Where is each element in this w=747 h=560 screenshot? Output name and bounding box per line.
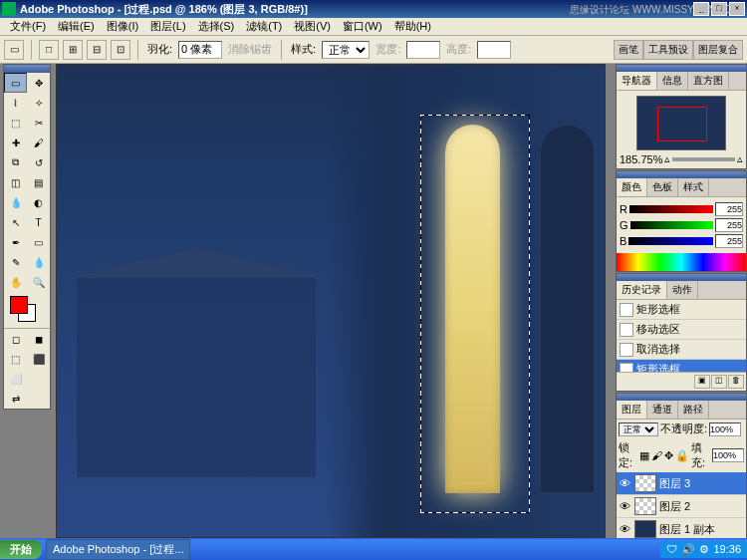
eraser-tool[interactable]: ◫	[4, 172, 27, 192]
b-input[interactable]	[715, 234, 743, 248]
tab-paths[interactable]: 路径	[678, 401, 709, 419]
lock-position-icon[interactable]: ✥	[664, 449, 673, 462]
type-tool[interactable]: T	[27, 212, 50, 232]
menu-filter[interactable]: 滤镜(T)	[240, 17, 288, 36]
screenmode-menu[interactable]: ⬜	[4, 369, 27, 389]
tray-icon[interactable]: 🔊	[681, 543, 695, 556]
style-select[interactable]: 正常	[322, 41, 370, 59]
zoom-in-icon[interactable]: ▵	[737, 152, 743, 165]
menu-window[interactable]: 窗口(W)	[337, 17, 388, 36]
jump-to-imageready[interactable]: ⇄	[4, 389, 27, 409]
pen-tool[interactable]: ✒	[4, 232, 27, 252]
history-brush-tool[interactable]: ↺	[27, 152, 50, 172]
menu-image[interactable]: 图像(I)	[101, 17, 144, 36]
g-slider[interactable]	[630, 221, 713, 229]
dodge-tool[interactable]: ◐	[27, 192, 50, 212]
navigator-viewport[interactable]	[657, 107, 707, 141]
quickmask-on[interactable]: ◼	[27, 329, 50, 349]
tab-info[interactable]: 信息	[657, 72, 688, 90]
menu-select[interactable]: 选择(S)	[192, 17, 241, 36]
menu-help[interactable]: 帮助(H)	[388, 17, 437, 36]
menu-view[interactable]: 视图(V)	[288, 17, 337, 36]
blend-mode-select[interactable]: 正常	[619, 422, 658, 436]
tab-navigator[interactable]: 导航器	[617, 72, 657, 90]
selection-add-icon[interactable]: ⊞	[63, 40, 83, 60]
brush-tool[interactable]: 🖌	[27, 133, 50, 152]
r-input[interactable]	[715, 202, 743, 216]
tool-preset-icon[interactable]: ▭	[4, 40, 24, 60]
menu-layer[interactable]: 图层(L)	[144, 17, 191, 36]
tray-icon[interactable]: 🛡	[666, 543, 677, 555]
quickmask-off[interactable]: ◻	[4, 329, 27, 349]
layer-thumbnail[interactable]	[634, 520, 656, 538]
gradient-tool[interactable]: ▤	[27, 172, 50, 192]
layer-row[interactable]: 👁图层 3	[617, 472, 746, 495]
tray-icon[interactable]: ⚙	[699, 543, 709, 556]
color-ramp[interactable]	[617, 253, 746, 271]
visibility-icon[interactable]: 👁	[620, 500, 631, 512]
lock-pixels-icon[interactable]: 🖌	[651, 449, 662, 461]
zoom-out-icon[interactable]: ▵	[664, 152, 670, 165]
tab-brushes[interactable]: 画笔	[614, 40, 643, 60]
notes-tool[interactable]: ✎	[4, 252, 27, 272]
toolbox-header[interactable]	[4, 65, 50, 73]
tab-layer-comps[interactable]: 图层复合	[693, 40, 743, 60]
selection-subtract-icon[interactable]: ⊟	[87, 40, 107, 60]
tab-channels[interactable]: 通道	[647, 401, 678, 419]
g-input[interactable]	[715, 218, 743, 232]
navigator-thumbnail[interactable]	[636, 96, 726, 150]
delete-history-button[interactable]: 🗑	[728, 375, 744, 389]
selection-new-icon[interactable]: □	[39, 40, 59, 60]
screenmode-full[interactable]: ⬛	[27, 349, 50, 369]
tab-color[interactable]: 颜色	[617, 178, 647, 196]
tab-layers[interactable]: 图层	[617, 401, 647, 419]
taskbar-item[interactable]: Adobe Photoshop - [过程...	[46, 539, 190, 560]
wand-tool[interactable]: ✧	[27, 93, 50, 113]
fill-input[interactable]	[712, 448, 744, 462]
blur-tool[interactable]: 💧	[4, 192, 27, 212]
lasso-tool[interactable]: ⌇	[4, 93, 27, 113]
selection-intersect-icon[interactable]: ⊡	[111, 40, 130, 60]
stamp-tool[interactable]: ⧉	[4, 152, 27, 172]
lock-transparency-icon[interactable]: ▦	[639, 449, 649, 462]
history-item[interactable]: 取消选择	[617, 340, 746, 360]
marquee-tool[interactable]: ▭	[4, 73, 27, 93]
selection-marquee[interactable]	[420, 115, 530, 513]
screenmode-std[interactable]: ⬚	[4, 349, 27, 369]
tab-tool-presets[interactable]: 工具预设	[643, 40, 693, 60]
hand-tool[interactable]: ✋	[4, 272, 27, 292]
feather-input[interactable]	[178, 41, 222, 59]
zoom-tool[interactable]: 🔍	[27, 272, 50, 292]
crop-tool[interactable]: ⬚	[4, 113, 27, 133]
path-tool[interactable]: ↖	[4, 212, 27, 232]
history-item[interactable]: 矩形选框	[617, 300, 746, 320]
eyedropper-tool[interactable]: 💧	[27, 252, 50, 272]
foreground-color[interactable]	[10, 296, 28, 314]
tab-history[interactable]: 历史记录	[617, 281, 667, 299]
move-tool[interactable]: ✥	[27, 73, 50, 93]
menu-edit[interactable]: 编辑(E)	[52, 17, 101, 36]
history-item[interactable]: 矩形选框	[617, 360, 746, 372]
slice-tool[interactable]: ✂	[27, 113, 50, 133]
history-item[interactable]: 移动选区	[617, 320, 746, 340]
layer-thumbnail[interactable]	[634, 474, 656, 492]
new-snapshot-button[interactable]: ▣	[694, 375, 710, 389]
healing-tool[interactable]: ✚	[4, 133, 27, 152]
b-slider[interactable]	[628, 237, 713, 245]
visibility-icon[interactable]: 👁	[620, 523, 631, 535]
history-header[interactable]	[617, 274, 746, 281]
start-button[interactable]: 开始	[0, 540, 42, 559]
color-header[interactable]	[617, 171, 746, 178]
shape-tool[interactable]: ▭	[27, 232, 50, 252]
new-document-button[interactable]: ◫	[711, 375, 727, 389]
menu-file[interactable]: 文件(F)	[4, 17, 52, 36]
navigator-header[interactable]	[617, 65, 746, 72]
canvas[interactable]	[57, 65, 605, 537]
r-slider[interactable]	[629, 205, 713, 213]
tab-styles[interactable]: 样式	[678, 178, 709, 196]
clock[interactable]: 19:36	[713, 543, 741, 555]
tab-swatches[interactable]: 色板	[647, 178, 678, 196]
tab-histogram[interactable]: 直方图	[688, 72, 729, 90]
layers-header[interactable]	[617, 394, 746, 401]
tab-actions[interactable]: 动作	[667, 281, 698, 299]
